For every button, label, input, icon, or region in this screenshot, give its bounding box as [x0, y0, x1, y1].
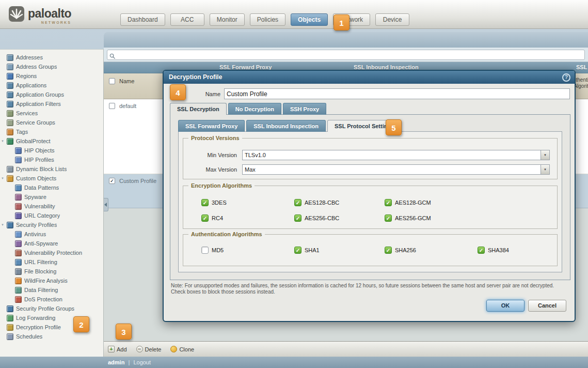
app-header: paloalto NETWORKS DashboardACCMonitorPol…	[0, 0, 588, 29]
sidebar-item-label: File Blocking	[24, 268, 56, 274]
sidebar-item-application-groups[interactable]: Application Groups	[0, 90, 103, 99]
sidebar-item-dos-protection[interactable]: DoS Protection	[0, 295, 103, 304]
chevron-down-icon[interactable]	[541, 150, 549, 160]
sidebar-item-vulnerability[interactable]: Vulnerability	[0, 202, 103, 211]
sidebar-item-label: Security Profiles	[16, 222, 57, 228]
column-header-ssl-protocol-settings[interactable]: SSL Protocol Settings	[576, 64, 588, 70]
security-profiles-icon	[7, 222, 13, 228]
subtab-ssl-forward-proxy[interactable]: SSL Forward Proxy	[178, 120, 245, 132]
anti-spyware-icon	[15, 240, 22, 247]
checkbox-label: SHA1	[305, 247, 320, 253]
sidebar-item-tags[interactable]: Tags	[0, 127, 103, 136]
max-version-select[interactable]: Max	[242, 164, 550, 175]
sidebar-item-security-profile-groups[interactable]: Security Profile Groups	[0, 304, 103, 313]
sha1-checkbox[interactable]: SHA1	[294, 246, 320, 254]
url-category-icon	[15, 212, 22, 219]
sidebar-item-custom-objects[interactable]: Custom Objects	[0, 174, 103, 183]
sidebar-item-label: Applications	[16, 82, 46, 88]
filter-input[interactable]	[118, 51, 582, 59]
md5-checkbox[interactable]: MD5	[201, 246, 224, 254]
column-header-name[interactable]: Name	[119, 78, 134, 84]
sidebar-item-data-patterns[interactable]: Data Patterns	[0, 183, 103, 192]
sidebar-item-label: Log Forwarding	[16, 315, 55, 321]
sidebar-item-applications[interactable]: Applications	[0, 81, 103, 90]
sidebar-item-security-profiles[interactable]: Security Profiles	[0, 220, 103, 229]
tab-ssh-proxy[interactable]: SSH Proxy	[283, 103, 326, 115]
expand-arrow-icon[interactable]	[1, 140, 7, 143]
dialog-title-bar[interactable]: Decryption Profile	[164, 71, 575, 84]
antivirus-icon	[15, 231, 22, 238]
sidebar-item-label: Dynamic Block Lists	[16, 166, 67, 172]
tab-monitor[interactable]: Monitor	[210, 13, 245, 26]
log-forwarding-icon	[7, 315, 13, 321]
checkbox-label: RC4	[212, 215, 223, 221]
sidebar-item-hip-profiles[interactable]: HIP Profiles	[0, 155, 103, 164]
custom-objects-icon	[7, 175, 13, 182]
sidebar-item-services[interactable]: Services	[0, 109, 103, 118]
sidebar-item-addresses[interactable]: Addresses	[0, 53, 103, 62]
aes128-cbc-checkbox[interactable]: AES128-CBC	[294, 198, 339, 207]
tab-objects[interactable]: Objects	[291, 13, 328, 26]
sidebar-item-spyware[interactable]: Spyware	[0, 192, 103, 202]
delete-button[interactable]: Delete	[136, 346, 162, 352]
tab-no-decryption[interactable]: No Decryption	[228, 103, 281, 115]
search-icon	[109, 52, 116, 58]
tab-policies[interactable]: Policies	[250, 13, 285, 26]
aes128-gcm-checkbox[interactable]: AES128-GCM	[385, 198, 431, 207]
chevron-down-icon[interactable]	[541, 165, 549, 174]
sidebar-item-globalprotect[interactable]: GlobalProtect	[0, 136, 103, 146]
sidebar-item-address-groups[interactable]: Address Groups	[0, 62, 103, 71]
row-checkbox[interactable]	[109, 103, 115, 109]
subtab-ssl-inbound-inspection[interactable]: SSL Inbound Inspection	[246, 120, 326, 132]
sidebar-item-regions[interactable]: Regions	[0, 71, 103, 81]
checked-checkbox-icon	[294, 214, 301, 222]
sidebar-item-data-filtering[interactable]: Data Filtering	[0, 285, 103, 295]
max-version-value: Max	[245, 166, 256, 173]
sha384-checkbox[interactable]: SHA384	[478, 246, 509, 254]
min-version-select[interactable]: TLSv1.0	[242, 150, 550, 160]
expand-arrow-icon[interactable]	[1, 177, 7, 180]
tab-ssl-decryption[interactable]: SSL Decryption	[170, 103, 227, 115]
select-all-checkbox[interactable]	[109, 78, 115, 84]
cancel-button[interactable]: Cancel	[528, 300, 566, 312]
sidebar-item-vulnerability-protection[interactable]: Vulnerability Protection	[0, 248, 103, 257]
sidebar-item-hip-objects[interactable]: HIP Objects	[0, 146, 103, 155]
rc4-checkbox[interactable]: RC4	[201, 214, 223, 222]
ok-button[interactable]: OK	[486, 300, 525, 312]
ssl-protocol-settings-panel: Protocol Versions Min Version TLSv1.0 Ma…	[178, 131, 562, 272]
logout-link[interactable]: Logout	[133, 359, 151, 365]
tab-acc[interactable]: ACC	[170, 13, 204, 26]
aes256-cbc-checkbox[interactable]: AES256-CBC	[294, 214, 339, 222]
checkbox-label: SHA256	[395, 247, 416, 253]
sidebar-item-url-filtering[interactable]: URL Filtering	[0, 257, 103, 267]
clone-label: Clone	[179, 346, 194, 352]
protocol-versions-title: Protocol Versions	[188, 135, 242, 141]
checkbox-label: MD5	[212, 247, 224, 253]
sidebar-item-label: Tags	[16, 129, 28, 135]
add-label: Add	[117, 346, 127, 352]
sidebar-item-service-groups[interactable]: Service Groups	[0, 118, 103, 127]
sidebar-item-application-filters[interactable]: Application Filters	[0, 99, 103, 109]
sha256-checkbox[interactable]: SHA256	[385, 246, 416, 254]
sidebar-item-url-category[interactable]: URL Category	[0, 211, 103, 220]
help-icon[interactable]: ?	[562, 73, 570, 82]
row-checkbox-checked[interactable]	[109, 178, 115, 184]
tab-device[interactable]: Device	[375, 13, 409, 26]
expand-arrow-icon[interactable]	[1, 223, 7, 226]
sidebar-collapse-handle[interactable]	[104, 198, 108, 211]
checkbox-label: AES128-GCM	[395, 200, 431, 206]
sidebar-item-anti-spyware[interactable]: Anti-Spyware	[0, 239, 103, 248]
checked-checkbox-icon	[385, 247, 392, 254]
aes256-gcm-checkbox[interactable]: AES256-GCM	[385, 214, 431, 222]
sidebar-item-antivirus[interactable]: Antivirus	[0, 229, 103, 239]
applications-icon	[7, 82, 13, 89]
name-field[interactable]	[224, 88, 570, 99]
clone-button[interactable]: Clone	[170, 346, 194, 352]
sidebar-item-file-blocking[interactable]: File Blocking	[0, 267, 103, 276]
3des-checkbox[interactable]: 3DES	[201, 198, 227, 207]
sidebar-item-wildfire-analysis[interactable]: WildFire Analysis	[0, 276, 103, 285]
sidebar-item-dynamic-block-lists[interactable]: Dynamic Block Lists	[0, 164, 103, 174]
sidebar-item-schedules[interactable]: Schedules	[0, 332, 103, 341]
add-button[interactable]: Add	[108, 346, 127, 352]
tab-dashboard[interactable]: Dashboard	[120, 13, 165, 26]
